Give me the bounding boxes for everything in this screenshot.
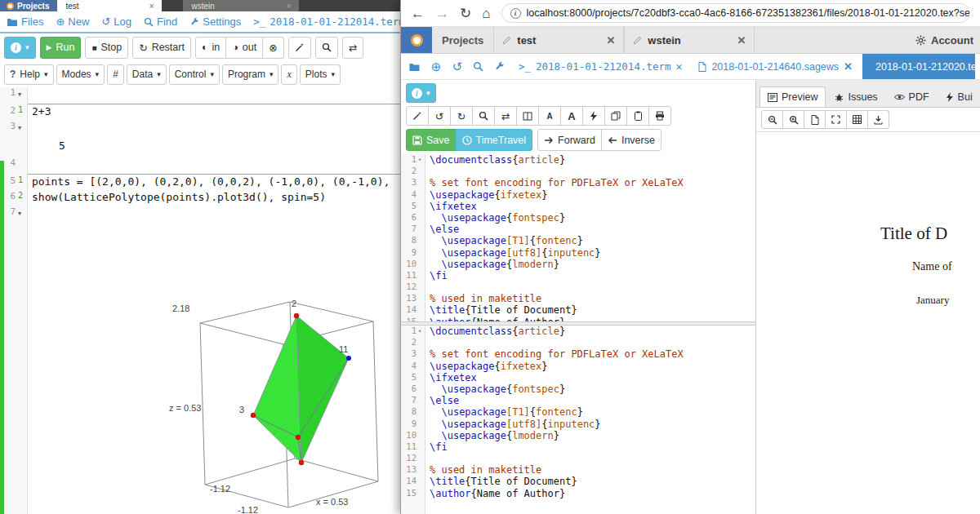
zoom-out-button[interactable] bbox=[761, 110, 783, 129]
code-line[interactable] bbox=[28, 157, 32, 173]
latex-code-line[interactable]: \author{Name of Author} bbox=[425, 488, 565, 499]
latex-source-pane-bottom[interactable]: 1▾\documentclass{article}23% set font en… bbox=[401, 326, 755, 514]
file-tab-sagews[interactable]: 2018-01-01-214640.sagews ✕ bbox=[692, 60, 859, 73]
latex-code-line[interactable]: \usepackage[utf8]{inputenc} bbox=[425, 247, 601, 259]
cocalc-menu-button[interactable] bbox=[401, 27, 432, 53]
latex-code-line[interactable]: \else bbox=[425, 224, 459, 235]
replace-button[interactable]: ⇄ bbox=[342, 37, 363, 59]
nav-settings[interactable]: Settings bbox=[189, 16, 241, 28]
forward-button[interactable]: → bbox=[435, 7, 449, 20]
nav-new[interactable]: ⊕ New bbox=[56, 16, 89, 28]
latex-code-line[interactable]: \usepackage{ifxetex} bbox=[425, 189, 548, 201]
tab-issues[interactable]: Issues bbox=[827, 87, 884, 107]
fold-marker[interactable]: ▼ bbox=[18, 121, 28, 136]
code-line[interactable] bbox=[28, 121, 32, 136]
print-button[interactable] bbox=[648, 106, 671, 126]
latex-code-line[interactable]: \ifxetex bbox=[425, 372, 477, 383]
toggle-output-button[interactable]: ◑ out bbox=[225, 37, 263, 59]
latex-code-line[interactable]: % set font encoding for PDFLaTeX or XeLa… bbox=[425, 348, 684, 360]
grid-view-button[interactable] bbox=[846, 110, 868, 129]
paste-button[interactable] bbox=[626, 106, 649, 126]
forward-search-button[interactable]: Forward bbox=[537, 129, 602, 151]
project-tab-test[interactable]: test ✕ bbox=[493, 27, 624, 53]
decrease-font-button[interactable]: A bbox=[538, 106, 561, 126]
download-button[interactable] bbox=[867, 110, 889, 129]
fold-marker[interactable]: ▾ bbox=[418, 154, 425, 166]
latex-code-line[interactable]: \else bbox=[425, 395, 459, 406]
settings-button[interactable] bbox=[491, 57, 509, 77]
search-button[interactable] bbox=[472, 106, 495, 126]
inverse-search-button[interactable]: Inverse bbox=[601, 129, 662, 151]
latex-code-line[interactable]: \usepackage[T1]{fontenc} bbox=[425, 406, 583, 418]
math-menu[interactable]: x bbox=[281, 64, 296, 85]
project-log-button[interactable]: ↺ bbox=[448, 57, 466, 77]
projects-button[interactable]: Projects bbox=[0, 0, 57, 11]
latex-code-line[interactable]: \usepackage{fontspec} bbox=[425, 383, 565, 395]
latex-code-line[interactable]: \fi bbox=[425, 270, 448, 281]
tab-pdf[interactable]: PDF bbox=[887, 87, 937, 107]
timetravel-button[interactable]: TimeTravel bbox=[456, 129, 533, 151]
stop-button[interactable]: ■ Stop bbox=[85, 37, 128, 59]
plot3d-output[interactable]: 2.18 2 11 z = 0.53 3 -1.12 x = 0.53 -1.1… bbox=[167, 289, 380, 513]
latex-code-line[interactable]: \title{Title of Document} bbox=[425, 476, 577, 487]
control-menu[interactable]: Control ▾ bbox=[169, 64, 220, 85]
split-view-button[interactable] bbox=[516, 106, 539, 126]
copy-button[interactable] bbox=[604, 106, 627, 126]
info-dropdown-button[interactable]: i ▾ bbox=[406, 83, 436, 103]
latex-code-line[interactable]: % used in maketitle bbox=[425, 293, 541, 304]
latex-code-line[interactable]: \title{Title of Document} bbox=[425, 304, 577, 316]
data-menu[interactable]: Data ▾ bbox=[127, 64, 167, 85]
latex-code-line[interactable]: \usepackage[utf8]{inputenc} bbox=[425, 419, 601, 430]
latex-code-line[interactable]: \usepackage[T1]{fontenc} bbox=[425, 235, 583, 246]
latex-code-line[interactable]: % used in maketitle bbox=[425, 464, 541, 476]
latex-code-line[interactable]: \usepackage{lmodern} bbox=[425, 259, 559, 270]
latex-code-line[interactable]: \documentclass{article} bbox=[425, 326, 565, 337]
redo-button[interactable]: ↻ bbox=[450, 106, 473, 126]
code-line[interactable] bbox=[28, 206, 32, 222]
code-line[interactable] bbox=[28, 87, 32, 103]
home-button[interactable]: ⌂ bbox=[482, 7, 490, 20]
plots-menu[interactable]: Plots ▾ bbox=[300, 64, 341, 85]
project-tab-wstein[interactable]: wstein ✕ bbox=[624, 27, 755, 53]
increase-font-button[interactable]: A bbox=[560, 106, 583, 126]
latex-code-line[interactable]: \documentclass{article} bbox=[425, 154, 565, 166]
site-info-icon[interactable]: i bbox=[510, 8, 521, 19]
nav-files[interactable]: Files bbox=[7, 16, 43, 28]
latex-code-line[interactable]: \author{Name of Author} bbox=[425, 317, 565, 321]
file-tab-terminal[interactable]: >_ 2018-01-01-212014.term ✕ bbox=[512, 60, 688, 73]
latex-code-line[interactable]: \usepackage{lmodern} bbox=[425, 430, 559, 441]
close-icon[interactable]: ✕ bbox=[737, 34, 746, 47]
latex-code-line[interactable] bbox=[425, 166, 430, 177]
address-bar[interactable]: i localhost:8000/projects/7c20dbf3-cca0-… bbox=[501, 3, 970, 23]
back-button[interactable]: ← bbox=[411, 7, 425, 20]
latex-code-line[interactable] bbox=[425, 281, 430, 293]
find-button[interactable] bbox=[470, 57, 488, 77]
zoom-in-button[interactable] bbox=[782, 110, 804, 129]
format-wand-button[interactable] bbox=[406, 106, 429, 126]
build-on-save-button[interactable] bbox=[582, 106, 605, 126]
program-menu[interactable]: Program ▾ bbox=[222, 64, 279, 85]
tab-test[interactable]: test × bbox=[57, 0, 162, 11]
latex-code-line[interactable]: % set font encoding for PDFLaTeX or XeLa… bbox=[425, 177, 684, 188]
code-line[interactable]: show(LatticePolytope(points).plot3d(), s… bbox=[28, 191, 326, 206]
undo-button[interactable]: ↺ bbox=[428, 106, 451, 126]
markdown-menu[interactable]: # bbox=[107, 64, 124, 85]
nav-find[interactable]: Find bbox=[144, 16, 177, 28]
latex-code-line[interactable] bbox=[425, 337, 430, 348]
reload-button[interactable]: ↻ bbox=[460, 7, 471, 20]
fold-marker[interactable]: ▾ bbox=[418, 326, 425, 337]
polytope-3d-plot[interactable]: 2.18 2 11 z = 0.53 3 -1.12 x = 0.53 -1.1… bbox=[167, 289, 380, 513]
pdf-preview-area[interactable]: Title of D Name of January bbox=[756, 132, 980, 514]
fold-marker[interactable]: ▼ bbox=[18, 87, 28, 103]
search-button[interactable] bbox=[315, 37, 338, 59]
tab-wstein[interactable]: wstein × bbox=[183, 0, 299, 11]
file-tab-tex-active[interactable]: 2018-01-01-212020.te bbox=[862, 54, 975, 79]
tab-preview[interactable]: Preview bbox=[760, 86, 826, 108]
latex-code-line[interactable]: \ifxetex bbox=[425, 201, 477, 212]
format-wand-button[interactable] bbox=[288, 37, 311, 59]
fit-page-button[interactable] bbox=[804, 110, 826, 129]
code-line[interactable]: 2+3 bbox=[28, 105, 51, 121]
code-line[interactable]: points = [(2,0,0), (0,2,0), (0,0,2), (-1… bbox=[28, 175, 390, 191]
tab-build[interactable]: Bui bbox=[938, 87, 980, 107]
fullscreen-button[interactable] bbox=[825, 110, 847, 129]
